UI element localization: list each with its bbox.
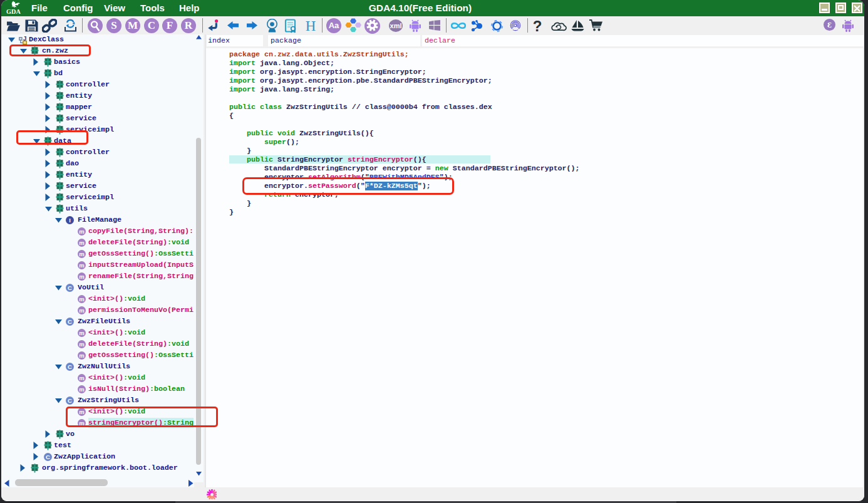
svg-text:GDA: GDA bbox=[6, 8, 21, 15]
